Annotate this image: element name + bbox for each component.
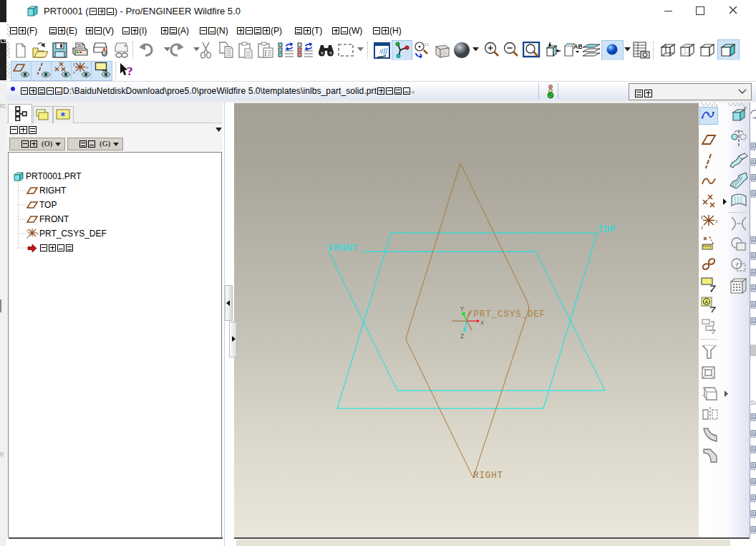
svg-text:TOP: TOP (598, 225, 616, 235)
svg-text:y: y (26, 228, 29, 232)
svg-text:FRONT: FRONT (328, 244, 358, 254)
svg-text:z: z (26, 235, 29, 239)
svg-text:x: x (480, 320, 484, 327)
svg-text:y: y (701, 214, 704, 220)
svg-text:Y: Y (460, 306, 464, 313)
svg-text:AB: AB (573, 43, 582, 50)
svg-text:x: x (86, 65, 88, 70)
svg-text:z: z (701, 225, 703, 230)
svg-text:z: z (73, 70, 75, 75)
svg-text:Sc: Sc (750, 399, 756, 406)
svg-text:/PRT_CSYS_DEF: /PRT_CSYS_DEF (467, 310, 546, 320)
svg-text:A: A (705, 300, 709, 305)
svg-text:x: x (715, 219, 718, 224)
svg-text:RIGHT: RIGHT (473, 471, 503, 481)
svg-text:?: ? (127, 64, 133, 78)
svg-text:x: x (37, 231, 39, 236)
svg-text:Z: Z (460, 333, 464, 340)
svg-text:y: y (73, 62, 75, 66)
